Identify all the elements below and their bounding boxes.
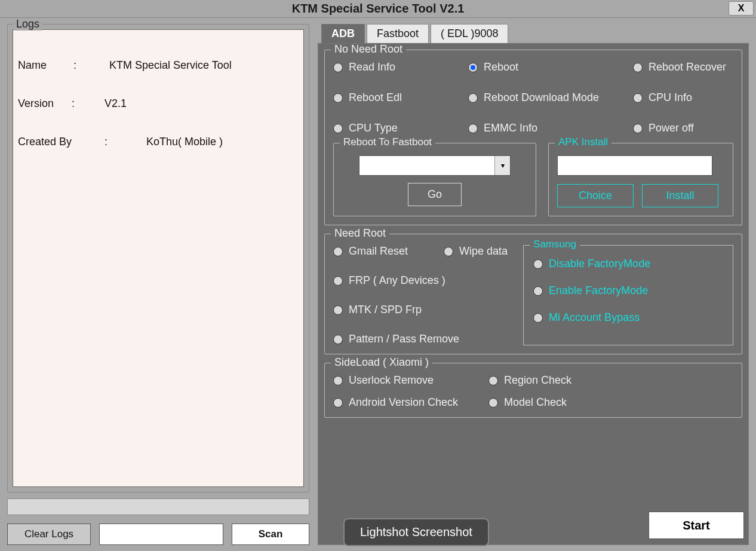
samsung-group: Samsung Disable FactoryMode Enable Facto… (523, 245, 733, 345)
no-need-root-group: No Need Root Read Info Reboot Reboot Rec… (324, 50, 742, 225)
radio-disable-factorymode[interactable]: Disable FactoryMode (533, 258, 723, 270)
go-button[interactable]: Go (408, 183, 462, 206)
install-button[interactable]: Install (642, 184, 718, 207)
titlebar: KTM Special Service Tool V2.1 X (0, 0, 756, 18)
group-legend: Need Root (331, 227, 389, 240)
clear-logs-button[interactable]: Clear Logs (7, 524, 91, 545)
radio-cpu-type[interactable]: CPU Type (333, 122, 465, 134)
radio-enable-factorymode[interactable]: Enable FactoryMode (533, 284, 723, 297)
reboot-to-fastboot-group: Reboot To Fastboot ▾ Go (333, 143, 536, 216)
device-combo[interactable] (99, 524, 223, 545)
logs-legend: Logs (14, 18, 42, 30)
app-title: KTM Special Service Tool V2.1 (292, 2, 465, 16)
radio-cpu-info[interactable]: CPU Info (633, 91, 733, 104)
radio-mtk-spd[interactable]: MTK / SPD Frp (333, 304, 508, 316)
apk-install-group: APK Install Choice Install (548, 143, 733, 216)
group-legend: No Need Root (331, 43, 406, 56)
log-line: Created By : KoThu( Mobile ) (18, 135, 299, 148)
radio-frp-any[interactable]: FRP ( Any Devices ) (333, 274, 508, 287)
tab-body: No Need Root Read Info Reboot Reboot Rec… (318, 43, 749, 545)
progress-bar (7, 498, 309, 515)
tab-edl[interactable]: ( EDL )9008 (431, 24, 508, 43)
close-button[interactable]: X (729, 1, 754, 16)
tab-adb[interactable]: ADB (321, 24, 365, 43)
radio-reboot[interactable]: Reboot (468, 61, 629, 74)
start-button[interactable]: Start (649, 512, 744, 539)
radio-emmc-info[interactable]: EMMC Info (468, 122, 629, 134)
radio-android-version-check[interactable]: Android Version Check (333, 396, 488, 409)
log-line: Name : KTM Special Service Tool (18, 59, 299, 72)
radio-reboot-recover[interactable]: Reboot Recover (633, 61, 733, 74)
subgroup-legend: Samsung (530, 238, 580, 250)
subgroup-legend: APK Install (555, 136, 611, 148)
fastboot-combo[interactable]: ▾ (359, 155, 511, 176)
fastboot-combo-input[interactable] (359, 156, 494, 175)
radio-userlock-remove[interactable]: Userlock Remove (333, 374, 488, 387)
scan-button[interactable]: Scan (232, 524, 309, 545)
group-legend: SideLoad ( Xiaomi ) (331, 356, 432, 369)
radio-gmail-reset[interactable]: Gmail Reset (333, 245, 408, 258)
need-root-group: Need Root Gmail Reset Wipe data FRP ( An… (324, 234, 742, 354)
apk-path-input[interactable] (557, 155, 712, 176)
log-line: Version : V2.1 (18, 97, 299, 110)
dropdown-icon[interactable]: ▾ (494, 156, 510, 175)
radio-reboot-download[interactable]: Reboot Download Mode (468, 91, 629, 104)
radio-power-off[interactable]: Power off (633, 122, 733, 134)
radio-model-check[interactable]: Model Check (488, 396, 620, 409)
tabs: ADB Fastboot ( EDL )9008 (321, 24, 749, 43)
logs-group: Logs Name : KTM Special Service Tool Ver… (7, 24, 309, 492)
radio-wipe-data[interactable]: Wipe data (444, 245, 508, 258)
tab-fastboot[interactable]: Fastboot (367, 24, 429, 43)
lightshot-overlay: Lightshot Screenshot (343, 518, 489, 546)
subgroup-legend: Reboot To Fastboot (340, 136, 435, 148)
radio-region-check[interactable]: Region Check (488, 374, 620, 387)
radio-reboot-edl[interactable]: Reboot Edl (333, 91, 465, 104)
radio-mi-account-bypass[interactable]: Mi Account Bypass (533, 311, 723, 324)
radio-pattern[interactable]: Pattern / Pass Remove (333, 333, 508, 345)
sideload-group: SideLoad ( Xiaomi ) Userlock Remove Regi… (324, 363, 742, 418)
choice-button[interactable]: Choice (557, 184, 634, 207)
radio-read-info[interactable]: Read Info (333, 61, 465, 74)
logs-textarea[interactable]: Name : KTM Special Service Tool Version … (13, 29, 304, 487)
